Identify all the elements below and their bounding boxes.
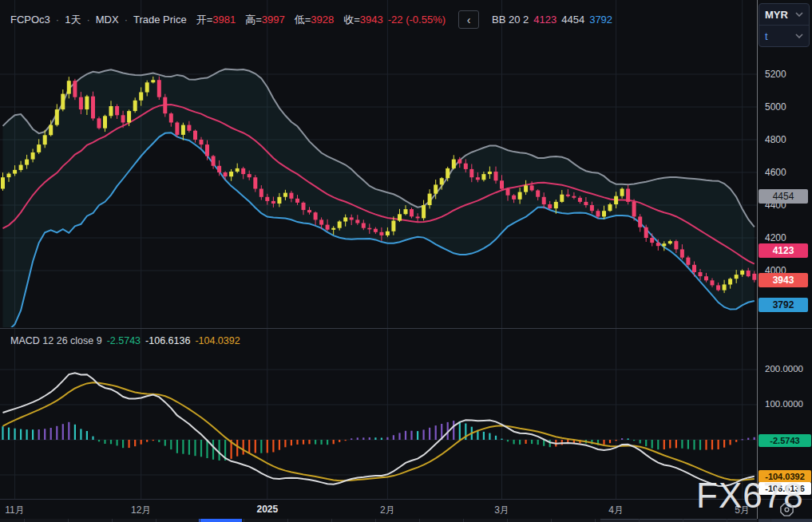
- open-value: 开=3981: [196, 13, 236, 27]
- last-price-badge: 3943: [759, 273, 808, 287]
- bottom-strip-divider: [68, 519, 69, 522]
- unit-dropdown[interactable]: t: [759, 26, 809, 46]
- macd-tick-label: 200.0000: [765, 364, 803, 374]
- trading-chart-app: FCPOc3 · 1天 · MDX · Trade Price 开=3981 高…: [0, 0, 812, 522]
- bb-indicator-name[interactable]: BB 20 2: [492, 14, 529, 26]
- currency-unit-selector: MYR t: [759, 3, 810, 47]
- bb-upper-badge: 4454: [759, 189, 808, 204]
- price-tick-label: 4600: [765, 167, 786, 178]
- bottom-strip-divider: [727, 519, 727, 522]
- bottom-strip-divider: [639, 519, 640, 522]
- chevron-down-icon: [795, 12, 803, 17]
- bottom-strip-divider: [200, 519, 200, 522]
- bb-basis-value: 4123: [533, 14, 557, 26]
- bb-lower-badge: 3792: [759, 298, 808, 312]
- pane-separator[interactable]: [0, 328, 812, 329]
- price-tick-label: 4200: [765, 232, 786, 243]
- macd-tick-label: 100.0000: [765, 399, 803, 409]
- bottom-strip-divider: [463, 519, 464, 522]
- price-tick-label: 5200: [765, 69, 786, 80]
- bottom-strip-light-segment: [600, 519, 757, 522]
- symbol-legend: FCPOc3 · 1天 · MDX · Trade Price 开=3981 高…: [10, 10, 612, 29]
- currency-dropdown[interactable]: MYR: [759, 4, 809, 26]
- chevron-down-icon: [795, 34, 803, 38]
- time-axis-label: 2月: [370, 504, 405, 517]
- bottom-strip: [0, 519, 812, 522]
- time-axis-separator: [0, 499, 812, 500]
- bottom-strip-divider: [244, 519, 244, 522]
- macd-line-value: -106.6136: [145, 335, 190, 346]
- bottom-strip-divider: [770, 519, 771, 522]
- macd-indicator-name[interactable]: MACD 12 26 close 9: [10, 335, 102, 346]
- bottom-strip-divider: [287, 519, 288, 522]
- price-scale-border: [757, 0, 758, 522]
- interval-label[interactable]: 1天: [65, 13, 81, 27]
- bottom-strip-divider: [507, 519, 508, 522]
- time-axis-label: 2025: [250, 504, 285, 515]
- macd-legend: MACD 12 26 close 9 -2.5743 -106.6136 -10…: [10, 335, 240, 346]
- high-value: 高=3997: [245, 13, 285, 27]
- change-value: -22 (-0.55%): [388, 14, 446, 26]
- time-axis-label: 11月: [0, 504, 33, 517]
- bb-basis-badge: 4123: [759, 243, 808, 258]
- bottom-strip-active-segment[interactable]: [199, 519, 242, 522]
- macd-hist-value: -2.5743: [107, 335, 141, 346]
- series-type-label: Trade Price: [133, 14, 187, 26]
- bottom-strip-divider: [595, 519, 596, 522]
- bottom-strip-divider: [683, 519, 683, 522]
- exchange-label: MDX: [96, 14, 119, 26]
- macd-hist-badge: -2.5743: [759, 434, 811, 447]
- bb-upper-value: 4454: [561, 14, 584, 26]
- bottom-strip-divider: [375, 519, 376, 522]
- price-chart-canvas[interactable]: [0, 0, 757, 499]
- bottom-strip-divider: [331, 519, 332, 522]
- bottom-strip-divider: [551, 519, 552, 522]
- bottom-strip-divider: [24, 519, 25, 522]
- price-scale[interactable]: 5200500048004600440042004000200.0000100.…: [758, 0, 812, 522]
- bottom-strip-divider: [419, 519, 420, 522]
- collapse-legend-button[interactable]: ‹: [458, 10, 479, 29]
- close-value: 收=3943: [343, 13, 383, 27]
- price-tick-label: 5000: [765, 101, 786, 113]
- low-value: 低=3928: [295, 13, 335, 27]
- time-axis-label: 4月: [599, 504, 634, 517]
- bb-lower-value: 3792: [589, 14, 612, 26]
- macd-signal-value: -104.0392: [195, 335, 240, 346]
- time-axis-label: 3月: [484, 504, 519, 517]
- bottom-strip-divider: [112, 519, 113, 522]
- bottom-strip-right-segment: [759, 519, 812, 522]
- price-tick-label: 4800: [765, 134, 786, 145]
- time-axis-label: 12月: [124, 504, 159, 517]
- bottom-strip-divider: [156, 519, 156, 522]
- scale-settings-icon[interactable]: [779, 502, 794, 517]
- symbol-name[interactable]: FCPOc3: [10, 14, 50, 26]
